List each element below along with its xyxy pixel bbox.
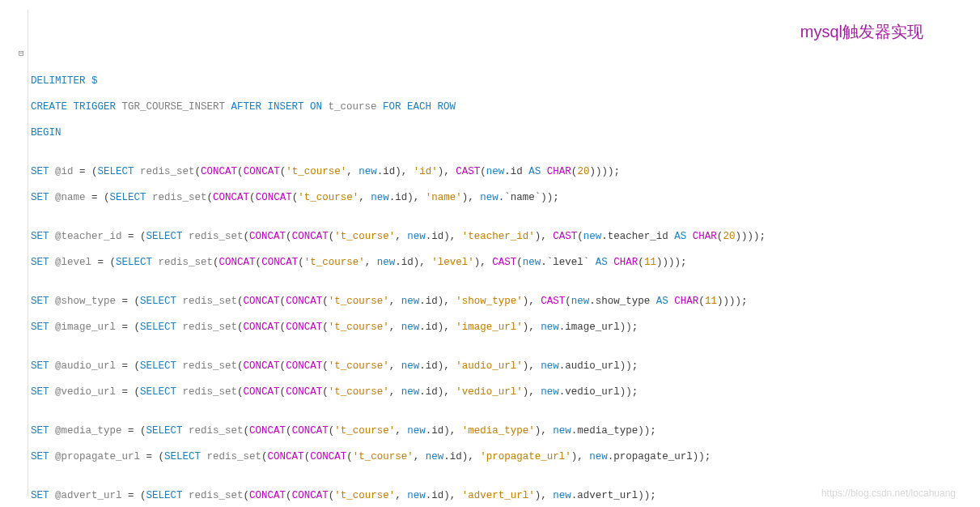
code-text: AS	[668, 231, 693, 242]
code-text: redis_set	[183, 296, 238, 307]
code-text: 't_course'	[286, 166, 346, 177]
code-text: CONCAT	[244, 296, 280, 307]
code-text: @advert_url	[55, 490, 122, 501]
code-text: SET	[31, 296, 55, 307]
code-text: 'level'	[431, 257, 474, 268]
code-text: @show_type	[55, 296, 116, 307]
code-text: .image_url	[559, 322, 620, 333]
code-text: CONCAT	[286, 296, 322, 307]
code-text: 'media_type'	[462, 425, 535, 437]
code-text: redis_set	[159, 257, 214, 268]
code-text: new	[541, 322, 559, 333]
code-text: SET	[31, 386, 55, 398]
code-text: new	[589, 451, 608, 462]
code-text: .id	[389, 192, 408, 203]
code-text: 't_course'	[353, 451, 414, 462]
code-text: CAST	[541, 296, 565, 307]
code-text: @level	[55, 257, 91, 268]
code-text: CAST	[553, 231, 577, 242]
code-text: CONCAT	[219, 257, 256, 268]
code-text: .id	[504, 166, 523, 177]
code-text: new	[401, 296, 420, 307]
code-text: 'audio_url'	[456, 360, 523, 372]
code-text: redis_set	[207, 451, 262, 462]
code-text: CONCAT	[286, 386, 322, 398]
code-text: new	[541, 360, 559, 372]
code-text: CONCAT	[256, 192, 292, 203]
code-text: new	[523, 257, 541, 268]
code-text: new	[583, 231, 602, 242]
code-text: t_course	[329, 101, 384, 113]
code-text: 'name'	[426, 192, 462, 203]
code-text: new	[541, 386, 559, 398]
code-text: 11	[705, 296, 717, 307]
code-text: CONCAT	[213, 192, 249, 203]
code-text: CONCAT	[292, 231, 329, 242]
code-text: SELECT	[140, 322, 183, 333]
code-text: .id	[443, 451, 462, 462]
code-text: AFTER INSERT ON	[231, 101, 329, 113]
code-text: @teacher_id	[55, 231, 122, 242]
code-text: @media_type	[55, 425, 122, 437]
code-text: AS	[650, 296, 674, 307]
code-text: .id	[419, 386, 438, 398]
code-text: CONCAT	[244, 166, 280, 177]
code-text: new	[407, 425, 426, 437]
code-text: AS	[589, 257, 613, 268]
code-text: .id	[426, 231, 444, 242]
code-text: 'image_url'	[456, 322, 523, 333]
code-text: CAST	[492, 257, 516, 268]
code-text: SELECT	[110, 192, 153, 203]
code-text: .id	[426, 490, 444, 501]
code-text: 't_course'	[334, 425, 395, 437]
code-text: new	[480, 192, 498, 203]
code-text: CONCAT	[286, 360, 322, 372]
code-text: 'advert_url'	[462, 490, 535, 501]
code-text: @name	[55, 192, 86, 203]
code-text: .audio_url	[559, 360, 620, 372]
code-text: CONCAT	[249, 231, 286, 242]
code-text: new	[358, 166, 377, 177]
code-text: TGR_COURSE_INSERT	[122, 101, 231, 113]
code-text: .id	[419, 322, 438, 333]
code-text: new	[407, 231, 426, 242]
code-text: 'vedio_url'	[456, 386, 523, 398]
code-text: SET	[31, 257, 55, 268]
code-text: SELECT	[140, 386, 183, 398]
code-text: BEGIN	[31, 127, 62, 138]
code-text: new	[553, 490, 571, 501]
code-text: redis_set	[183, 360, 238, 372]
code-text: new	[371, 192, 389, 203]
code-text: CREATE TRIGGER	[31, 101, 122, 113]
code-text: .show_type	[589, 296, 650, 307]
code-text: SELECT	[146, 231, 189, 242]
code-text: .vedio_url	[559, 386, 620, 398]
code-text: CHAR	[613, 257, 638, 268]
code-text: .media_type	[571, 425, 638, 437]
code-text: @propagate_url	[55, 451, 140, 462]
code-text: @audio_url	[55, 360, 116, 372]
fold-icon: ⊟	[19, 47, 24, 60]
code-text: SET	[31, 425, 55, 437]
code-text: SET	[31, 322, 55, 333]
code-text: new	[401, 360, 420, 372]
code-text: SELECT	[140, 360, 183, 372]
code-text: CHAR	[674, 296, 698, 307]
code-text: SELECT	[164, 451, 207, 462]
code-text: CONCAT	[244, 322, 280, 333]
code-text: SELECT	[116, 257, 159, 268]
code-text: .`name`	[498, 192, 541, 203]
code-text: new	[553, 425, 571, 437]
code-text: SELECT	[146, 425, 189, 437]
code-text: 't_course'	[304, 257, 365, 268]
code-text: FOR EACH ROW	[383, 101, 456, 113]
code-text: .id	[395, 257, 414, 268]
code-block: DELIMITER $ CREATE TRIGGER TGR_COURSE_IN…	[31, 62, 893, 507]
code-text: SELECT	[98, 166, 141, 177]
code-text: SET	[31, 490, 55, 501]
code-text: 't_course'	[298, 192, 358, 203]
code-editor: ⊟ DELIMITER $ CREATE TRIGGER TGR_COURSE_…	[8, 10, 893, 507]
code-text: CONCAT	[249, 425, 286, 437]
code-text: CONCAT	[310, 451, 346, 462]
code-text: CHAR	[693, 231, 717, 242]
